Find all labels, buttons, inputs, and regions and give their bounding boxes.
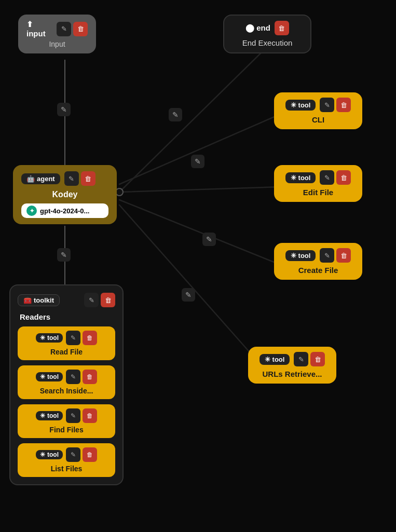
openai-icon: ✦	[26, 206, 37, 216]
findfiles-title: Find Files	[49, 426, 83, 434]
edit-icon: ✎	[61, 25, 67, 33]
readfile-delete-button[interactable]: 🗑	[83, 331, 97, 345]
listfiles-title: List Files	[51, 465, 83, 473]
toolkit-node: 🧰 toolkit ✎ 🗑 Readers ✳ tool ✎ �	[9, 284, 124, 485]
createfile-title: Create File	[298, 266, 338, 275]
find-files-tool: ✳ tool ✎ 🗑 Find Files	[18, 404, 115, 438]
tool-badge-readfile: ✳ tool	[36, 333, 63, 343]
input-title: Input	[49, 40, 65, 48]
cli-delete-button[interactable]: 🗑	[336, 98, 351, 112]
svg-line-3	[119, 187, 280, 192]
urls-title: URLs Retrieve...	[262, 370, 322, 378]
agent-badge: 🤖 agent	[21, 173, 60, 184]
editfile-delete-button[interactable]: 🗑	[336, 170, 351, 185]
findfiles-edit-button[interactable]: ✎	[66, 408, 80, 423]
edit-icon: ✎	[71, 451, 76, 458]
cli-title: CLI	[312, 115, 324, 124]
edit-file-tool-node: ✳ tool ✎ 🗑 Edit File	[274, 165, 362, 202]
agent-edit-button[interactable]: ✎	[64, 171, 79, 186]
edit-icon: ✎	[71, 373, 76, 380]
delete-icon: 🗑	[278, 24, 285, 32]
input-edit-button[interactable]: ✎	[57, 22, 71, 36]
delete-icon: 🗑	[87, 373, 93, 380]
svg-line-2	[119, 114, 280, 184]
createfile-delete-button[interactable]: 🗑	[336, 248, 351, 263]
delete-icon: 🗑	[77, 25, 84, 33]
edit-icon: ✎	[206, 235, 212, 243]
end-title: End Execution	[242, 38, 293, 47]
cli-tool-node: ✳ tool ✎ 🗑 CLI	[274, 92, 362, 129]
svg-point-9	[116, 188, 123, 196]
create-file-tool-node: ✳ tool ✎ 🗑 Create File	[274, 243, 362, 280]
toolkit-delete-button[interactable]: 🗑	[101, 293, 115, 307]
findfiles-delete-button[interactable]: 🗑	[83, 408, 97, 423]
agent-model-label: gpt-4o-2024-0...	[40, 207, 89, 215]
editfile-title: Edit File	[303, 188, 333, 197]
delete-icon: 🗑	[87, 334, 93, 342]
tool-badge-label: tool	[298, 101, 311, 109]
urls-edit-button[interactable]: ✎	[294, 352, 308, 366]
end-label: ⬤ end	[245, 23, 270, 33]
listfiles-edit-button[interactable]: ✎	[66, 447, 80, 462]
tool-badge-cli: ✳ tool	[285, 100, 316, 111]
tool-badge-createfile: ✳ tool	[285, 250, 316, 261]
read-file-tool: ✳ tool ✎ 🗑 Read File	[18, 326, 115, 360]
edit-icon: ✎	[324, 101, 330, 109]
agent-title: Kodey	[21, 190, 108, 199]
edit-icon: ✎	[298, 356, 304, 363]
agent-delete-button[interactable]: 🗑	[81, 171, 95, 186]
delete-icon: 🗑	[105, 296, 112, 304]
urls-retrieve-tool-node: ✳ tool ✎ 🗑 URLs Retrieve...	[248, 347, 336, 384]
delete-icon: 🗑	[340, 174, 347, 182]
edit-icon: ✎	[195, 157, 201, 166]
svg-line-4	[119, 200, 280, 265]
list-files-tool: ✳ tool ✎ 🗑 List Files	[18, 443, 115, 477]
cli-edit-button[interactable]: ✎	[320, 98, 334, 112]
delete-icon: 🗑	[87, 412, 93, 419]
svg-line-5	[119, 205, 260, 363]
edit-icon: ✎	[69, 175, 74, 183]
edit-icon: ✎	[89, 296, 94, 304]
searchinside-delete-button[interactable]: 🗑	[83, 370, 97, 384]
edit-connector-agent-editfile[interactable]: ✎	[191, 155, 204, 168]
delete-icon: 🗑	[85, 175, 91, 183]
tool-badge-editfile: ✳ tool	[285, 172, 316, 183]
edit-connector-agent-urls[interactable]: ✎	[182, 288, 195, 302]
edit-connector-input-agent[interactable]: ✎	[57, 103, 71, 116]
tool-badge-searchinside: ✳ tool	[36, 372, 63, 381]
searchinside-edit-button[interactable]: ✎	[66, 370, 80, 384]
edit-connector-agent-toolkit[interactable]: ✎	[57, 248, 71, 262]
agent-model: ✦ gpt-4o-2024-0...	[21, 203, 108, 218]
urls-delete-button[interactable]: 🗑	[310, 352, 325, 366]
searchinside-title: Search Inside...	[40, 387, 93, 395]
input-label: ⬆ input	[26, 20, 52, 38]
search-inside-tool: ✳ tool ✎ 🗑 Search Inside...	[18, 365, 115, 399]
input-delete-button[interactable]: 🗑	[73, 22, 88, 36]
toolkit-title: Readers	[18, 312, 115, 321]
input-node: ⬆ input ✎ 🗑 Input	[18, 15, 96, 53]
tool-badge-urls: ✳ tool	[260, 354, 290, 365]
readfile-title: Read File	[50, 348, 83, 356]
edit-icon: ✎	[61, 105, 67, 114]
edit-icon: ✎	[185, 291, 192, 299]
edit-icon: ✎	[324, 174, 330, 182]
delete-icon: 🗑	[87, 451, 93, 458]
end-node: ⬤ end 🗑 End Execution	[223, 15, 311, 53]
agent-node: 🤖 agent ✎ 🗑 Kodey ✦ gpt-4o-2024-0...	[13, 165, 117, 224]
toolkit-badge: 🧰 toolkit	[18, 294, 60, 306]
edit-icon: ✎	[61, 251, 67, 259]
end-delete-button[interactable]: 🗑	[275, 21, 289, 35]
edit-connector-agent-cli[interactable]: ✎	[169, 108, 182, 121]
edit-icon: ✎	[172, 111, 179, 119]
edit-connector-agent-createfile[interactable]: ✎	[202, 233, 216, 246]
createfile-edit-button[interactable]: ✎	[320, 248, 334, 263]
listfiles-delete-button[interactable]: 🗑	[83, 447, 97, 462]
tool-badge-findfiles: ✳ tool	[36, 411, 63, 420]
editfile-edit-button[interactable]: ✎	[320, 170, 334, 185]
delete-icon: 🗑	[315, 356, 321, 363]
delete-icon: 🗑	[340, 101, 347, 109]
readfile-edit-button[interactable]: ✎	[66, 331, 80, 345]
toolkit-edit-button[interactable]: ✎	[84, 293, 99, 307]
svg-line-1	[119, 49, 265, 192]
edit-icon: ✎	[324, 252, 330, 260]
